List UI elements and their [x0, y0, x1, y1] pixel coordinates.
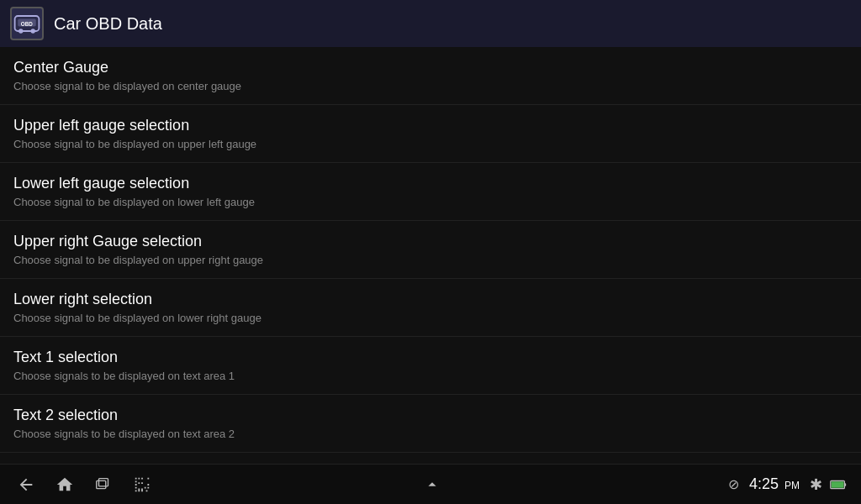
- app-icon: OBD: [10, 7, 44, 40]
- svg-point-1: [18, 29, 23, 33]
- settings-list: Center GaugeChoose signal to be displaye…: [0, 47, 861, 464]
- settings-item-title-text2-selection: Text 2 selection: [13, 407, 848, 424]
- svg-text:OBD: OBD: [21, 21, 33, 27]
- settings-item-subtitle-lower-left-gauge: Choose signal to be displayed on lower l…: [13, 196, 848, 208]
- settings-item-center-gauge[interactable]: Center GaugeChoose signal to be displaye…: [0, 47, 861, 105]
- settings-item-text2-selection[interactable]: Text 2 selectionChoose signals to be dis…: [0, 395, 861, 453]
- screenshot-button[interactable]: [133, 475, 151, 494]
- settings-item-subtitle-center-gauge: Choose signal to be displayed on center …: [13, 80, 848, 92]
- nav-left-group: [0, 475, 293, 494]
- bluetooth-icon: ✱: [810, 475, 822, 494]
- svg-point-2: [31, 29, 35, 33]
- up-indicator[interactable]: [423, 475, 441, 494]
- settings-item-subtitle-upper-right-gauge: Choose signal to be displayed on upper r…: [13, 254, 848, 266]
- settings-item-lower-right-selection[interactable]: Lower right selectionChoose signal to be…: [0, 279, 861, 337]
- navigation-bar: ⊘ 4:25 PM ✱: [0, 464, 861, 504]
- settings-item-subtitle-text1-selection: Choose signals to be displayed on text a…: [13, 370, 848, 382]
- settings-item-title-lower-right-selection: Lower right selection: [13, 291, 848, 308]
- settings-item-subtitle-upper-left-gauge: Choose signal to be displayed on upper l…: [13, 138, 848, 150]
- settings-item-title-upper-right-gauge: Upper right Gauge selection: [13, 233, 848, 250]
- settings-item-lower-left-gauge[interactable]: Lower left gauge selectionChoose signal …: [0, 163, 861, 221]
- svg-rect-5: [97, 480, 106, 488]
- svg-rect-8: [844, 483, 846, 486]
- settings-item-title-center-gauge: Center Gauge: [13, 59, 848, 76]
- back-button[interactable]: [17, 475, 35, 494]
- no-signal-icon: ⊘: [728, 476, 739, 492]
- settings-item-title-upper-left-gauge: Upper left gauge selection: [13, 117, 848, 134]
- svg-rect-9: [832, 481, 844, 487]
- home-button[interactable]: [55, 475, 74, 494]
- settings-item-text1-selection[interactable]: Text 1 selectionChoose signals to be dis…: [0, 337, 861, 395]
- app-header: OBD Car OBD Data: [0, 0, 861, 47]
- settings-item-upper-right-gauge[interactable]: Upper right Gauge selectionChoose signal…: [0, 221, 861, 279]
- settings-item-upper-left-gauge[interactable]: Upper left gauge selectionChoose signal …: [0, 105, 861, 163]
- recent-apps-button[interactable]: [94, 475, 113, 494]
- svg-rect-6: [99, 478, 108, 486]
- settings-item-subtitle-text2-selection: Choose signals to be displayed on text a…: [13, 428, 848, 440]
- time-display: 4:25 PM: [749, 475, 800, 493]
- nav-right-group: ⊘ 4:25 PM ✱: [571, 475, 861, 494]
- battery-icon: [829, 475, 848, 494]
- settings-item-title-lower-left-gauge: Lower left gauge selection: [13, 175, 848, 192]
- nav-center-group: [293, 475, 570, 494]
- app-title: Car OBD Data: [54, 14, 162, 34]
- settings-item-subtitle-lower-right-selection: Choose signal to be displayed on lower r…: [13, 312, 848, 324]
- settings-item-title-text1-selection: Text 1 selection: [13, 349, 848, 366]
